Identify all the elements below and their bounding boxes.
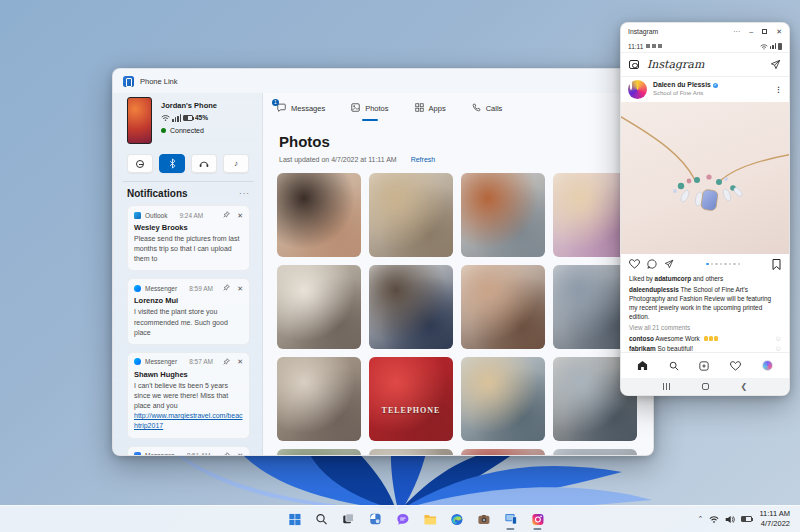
- window-close-button[interactable]: ✕: [776, 28, 782, 35]
- android-back-button[interactable]: ❮: [740, 383, 747, 391]
- share-icon[interactable]: [664, 259, 674, 269]
- photo-tile-group-green-park[interactable]: [277, 449, 361, 455]
- instagram-camera-icon[interactable]: [629, 60, 639, 69]
- post-options-button[interactable]: ⋮: [775, 86, 782, 94]
- sidebar-divider: [123, 181, 254, 182]
- like-icon[interactable]: [629, 259, 640, 269]
- file-explorer-taskbar-icon[interactable]: [418, 508, 440, 530]
- chat-taskbar-icon[interactable]: [391, 508, 413, 530]
- android-home-button[interactable]: [702, 383, 709, 390]
- photo-tile-red-telephone-box[interactable]: TELEPHONE: [369, 357, 453, 441]
- tray-wifi-icon[interactable]: [709, 515, 719, 523]
- liked-by-line[interactable]: Liked by adatumcorp and others: [629, 275, 781, 284]
- pin-icon[interactable]: [223, 452, 230, 455]
- pin-icon[interactable]: [223, 284, 230, 292]
- tab-photos[interactable]: Photos: [351, 101, 388, 121]
- device-status-icons: 45%: [161, 114, 217, 122]
- direct-messages-icon[interactable]: [770, 59, 781, 70]
- pin-icon[interactable]: [223, 358, 230, 366]
- notification-actions: ✕: [223, 211, 243, 219]
- bluetooth-button[interactable]: [159, 154, 185, 173]
- tab-apps[interactable]: Apps: [415, 101, 446, 121]
- raised-hands-emoji: [704, 336, 718, 341]
- search-taskbar-icon[interactable]: [310, 508, 332, 530]
- tray-volume-icon[interactable]: [725, 515, 735, 524]
- taskbar-clock[interactable]: 11:11 AM 4/7/2022: [759, 509, 796, 529]
- window-maximize-button[interactable]: [762, 29, 767, 34]
- photo-tile-group-low-angle[interactable]: [277, 357, 361, 441]
- notification-header: Messages8:51 AM✕: [134, 452, 243, 455]
- tab-messages[interactable]: 1Messages: [277, 101, 325, 121]
- refresh-button[interactable]: Refresh: [411, 156, 436, 163]
- start-taskbar-icon[interactable]: [283, 508, 305, 530]
- carousel-dot: [711, 263, 714, 266]
- android-nav-bar: ❮: [621, 378, 789, 395]
- activity-icon[interactable]: [730, 361, 741, 371]
- avatar-story-ring[interactable]: [628, 80, 647, 99]
- comment-username[interactable]: fabrikam: [629, 345, 656, 352]
- notification-actions: ✕: [223, 284, 243, 292]
- notification-card[interactable]: Messenger8:59 AM✕Lorenzo MuiI visited th…: [127, 278, 250, 344]
- tray-chevron-icon[interactable]: ⌃: [698, 515, 704, 523]
- notification-time: 8:51 AM: [187, 452, 220, 455]
- status-notification-icon: [658, 44, 662, 48]
- photo-tile-students-sharing-notes[interactable]: [277, 265, 361, 349]
- android-recents-button[interactable]: [663, 383, 671, 390]
- photo-tile-friends-walking[interactable]: [369, 449, 453, 455]
- window-more-button[interactable]: ···: [733, 28, 740, 35]
- pin-icon[interactable]: [223, 211, 230, 219]
- comment-username[interactable]: contoso: [629, 335, 654, 342]
- tab-calls[interactable]: Calls: [472, 101, 503, 121]
- caption-username[interactable]: daleenduplessis: [629, 286, 679, 293]
- window-minimize-button[interactable]: –: [749, 28, 753, 35]
- do-not-disturb-button[interactable]: [127, 154, 153, 173]
- home-icon[interactable]: [637, 360, 648, 371]
- phone-link-titlebar[interactable]: Phone Link: [113, 69, 653, 93]
- avatar: [630, 81, 632, 90]
- tray-battery-icon[interactable]: [741, 516, 752, 522]
- photo-tile-red-bus-detail[interactable]: [461, 449, 545, 455]
- close-icon[interactable]: ✕: [237, 358, 243, 365]
- instagram-taskbar-icon[interactable]: [526, 508, 548, 530]
- photo-tile-girl-selfie-pointing[interactable]: [277, 173, 361, 257]
- notification-link[interactable]: http://www.margiestravel.com/beachtrip20…: [134, 411, 243, 431]
- edge-taskbar-icon[interactable]: [445, 508, 467, 530]
- comment-icon[interactable]: [647, 259, 657, 269]
- camera-taskbar-icon[interactable]: [472, 508, 494, 530]
- post-photo-necklace[interactable]: [621, 102, 789, 254]
- search-icon[interactable]: [669, 361, 679, 371]
- photos-tab-icon: [351, 103, 360, 114]
- photo-tile-redhead-group-phones[interactable]: [461, 173, 545, 257]
- view-all-comments-link[interactable]: View all 21 comments: [629, 324, 781, 333]
- music-button[interactable]: ♪: [223, 154, 249, 173]
- post-username[interactable]: Daleen du Plessis: [653, 81, 711, 89]
- photo-tile-boy-glasses-navy-jacket[interactable]: [369, 265, 453, 349]
- task-view-taskbar-icon[interactable]: [337, 508, 359, 530]
- instagram-titlebar[interactable]: Instagram ··· – ✕: [621, 23, 789, 40]
- notifications-more-button[interactable]: ···: [239, 189, 250, 198]
- audio-button[interactable]: [191, 154, 217, 173]
- notification-actions: ✕: [223, 358, 243, 366]
- phone-link-taskbar-icon[interactable]: [499, 508, 521, 530]
- photo-tile-city-crowd[interactable]: [553, 449, 637, 455]
- notification-card[interactable]: Messages8:51 AM✕Nola HarrellThis is the …: [127, 446, 250, 455]
- liked-by-user: adatumcorp: [655, 275, 692, 282]
- close-icon[interactable]: ✕: [237, 212, 243, 219]
- verified-badge-icon: ✓: [713, 83, 718, 88]
- messages-app-icon: [134, 452, 141, 455]
- new-post-icon[interactable]: [699, 361, 709, 371]
- music-icon: ♪: [234, 160, 238, 168]
- notification-card[interactable]: Outlook9:24 AM✕Wesley BrooksPlease send …: [127, 205, 250, 271]
- widgets-taskbar-icon[interactable]: [364, 508, 386, 530]
- close-icon[interactable]: ✕: [237, 452, 243, 455]
- photo-tile-boy-beige-hoodie[interactable]: [461, 357, 545, 441]
- photo-tile-couple-beige-jackets-phone[interactable]: [369, 173, 453, 257]
- photo-tile-stacked-hands[interactable]: [461, 265, 545, 349]
- bookmark-icon[interactable]: [772, 259, 781, 270]
- close-icon[interactable]: ✕: [237, 285, 243, 292]
- notification-card[interactable]: Messenger8:57 AM✕Shawn HughesI can't bel…: [127, 352, 250, 439]
- comment-like-icon[interactable]: ♡: [776, 335, 781, 343]
- profile-avatar[interactable]: [762, 360, 773, 371]
- comment-like-icon[interactable]: ♡: [776, 345, 781, 352]
- apps-tab-icon: [415, 103, 424, 114]
